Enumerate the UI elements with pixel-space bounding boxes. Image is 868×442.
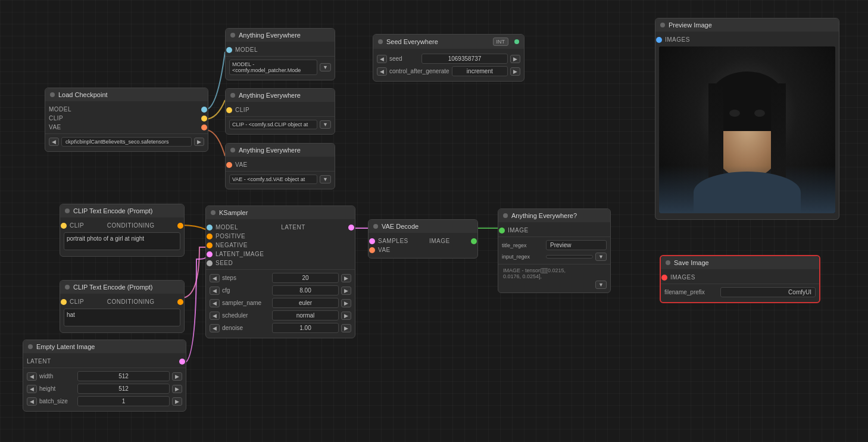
control-label: control_after_generate bbox=[389, 68, 449, 74]
input-regex-label: input_regex bbox=[502, 254, 544, 260]
port-vae-out: VAE bbox=[226, 160, 335, 169]
port-latent-out: LATENT bbox=[23, 357, 186, 366]
negative-prompt-text[interactable]: hat bbox=[64, 309, 180, 326]
denoise-row[interactable]: ◀ denoise 1.00 ▶ bbox=[206, 322, 355, 334]
node-status-dot bbox=[660, 23, 665, 27]
control-after-generate-row[interactable]: ◀ control_after_generate increment ▶ bbox=[373, 65, 524, 77]
steps-label: steps bbox=[222, 275, 270, 281]
node-status-dot bbox=[28, 344, 33, 349]
port-vae-out: VAE bbox=[45, 123, 208, 132]
checkpoint-select-row[interactable]: ◀ ckpt\cbinplCantBelieveIts_seco.safeten… bbox=[45, 136, 208, 148]
int-dot bbox=[514, 39, 519, 44]
scheduler-label: scheduler bbox=[222, 312, 270, 319]
cfg-label: cfg bbox=[222, 287, 270, 294]
cfg-row[interactable]: ◀ cfg 8.00 ▶ bbox=[206, 284, 355, 297]
height-label: height bbox=[39, 385, 75, 392]
node-title-label: Anything Everywhere bbox=[239, 147, 301, 154]
steps-row[interactable]: ◀ steps 20 ▶ bbox=[206, 272, 355, 284]
model-port-dot bbox=[226, 47, 232, 53]
node-title-label: Anything Everywhere bbox=[239, 92, 301, 99]
width-row[interactable]: ◀ width 512 ▶ bbox=[23, 370, 186, 382]
latent-out-dot bbox=[348, 225, 354, 231]
node-status-dot bbox=[211, 210, 216, 215]
node-title: Anything Everywhere bbox=[226, 144, 335, 157]
port-latent-in: latent_image bbox=[206, 250, 355, 259]
node-status-dot bbox=[373, 224, 378, 229]
node-title-label: Save Image bbox=[674, 259, 709, 266]
title-regex-label: title_regex bbox=[502, 242, 544, 248]
node-title: CLIP Text Encode (Prompt) bbox=[60, 204, 184, 217]
port-negative-in: negative bbox=[206, 241, 355, 250]
title-regex-row[interactable]: title_regex Preview bbox=[498, 239, 610, 251]
sampler-row[interactable]: ◀ sampler_name euler ▶ bbox=[206, 297, 355, 309]
filename-prefix-row[interactable]: filename_prefix ComfyUI bbox=[661, 286, 819, 298]
node-status-dot bbox=[65, 208, 70, 213]
node-status-dot bbox=[50, 92, 55, 97]
width-label: width bbox=[39, 373, 75, 379]
node-status-dot bbox=[230, 33, 235, 38]
preview-image-container bbox=[659, 46, 835, 213]
clip-port-dot bbox=[226, 107, 232, 113]
preview-image-title: Preview Image bbox=[655, 18, 839, 32]
node-title-label: Anything Everywhere bbox=[239, 32, 301, 39]
batch-size-label: batch_size bbox=[39, 398, 75, 404]
height-row[interactable]: ◀ height 512 ▶ bbox=[23, 382, 186, 395]
image-in-dot bbox=[499, 228, 505, 234]
node-title: Empty Latent Image bbox=[23, 340, 186, 353]
image-out-dot bbox=[471, 238, 477, 244]
vae-port-dot bbox=[226, 162, 232, 168]
clip-text-2-node: CLIP Text Encode (Prompt) clip CONDITION… bbox=[60, 280, 185, 333]
vae-decode-node: VAE Decode samples IMAGE vae bbox=[368, 219, 478, 259]
node-title: CLIP Text Encode (Prompt) bbox=[60, 281, 184, 294]
conditioning-out-dot bbox=[177, 223, 183, 229]
port-model-out: MODEL bbox=[226, 45, 335, 54]
node-title: Anything Everywhere? bbox=[498, 209, 610, 222]
node-status-dot bbox=[503, 213, 508, 218]
node-status-dot bbox=[230, 93, 235, 98]
port-clip-out: CLIP bbox=[45, 114, 208, 123]
node-status-dot bbox=[378, 39, 383, 44]
seed-everywhere-node: Seed Everywhere INT ◀ seed 1069358737 ▶ … bbox=[373, 34, 524, 82]
scroll-btn[interactable]: ▼ bbox=[595, 281, 607, 289]
port-clip-in: clip CONDITIONING bbox=[60, 297, 184, 306]
seed-in-dot bbox=[207, 260, 213, 266]
node-title: VAE Decode bbox=[369, 220, 477, 233]
node-title-label: KSampler bbox=[219, 209, 248, 216]
save-image-title: Save Image bbox=[661, 256, 819, 269]
latent-in-dot bbox=[207, 251, 213, 257]
images-in-dot bbox=[656, 37, 662, 43]
clip-select-row[interactable]: CLIP - <comfy.sd.CLIP object at ▼ bbox=[226, 119, 335, 130]
port-clip-in: clip CONDITIONING bbox=[60, 221, 184, 230]
port-vae-in: vae bbox=[369, 245, 477, 254]
input-regex-row[interactable]: input_regex ▼ bbox=[498, 251, 610, 262]
scheduler-row[interactable]: ◀ scheduler normal ▶ bbox=[206, 309, 355, 322]
anything-everywhere-2-node: Anything Everywhere CLIP CLIP - <comfy.s… bbox=[225, 88, 335, 135]
filename-prefix-label: filename_prefix bbox=[664, 289, 718, 295]
latent-out-dot bbox=[179, 359, 185, 365]
empty-latent-node: Empty Latent Image LATENT ◀ width 512 ▶ … bbox=[23, 340, 186, 412]
node-title-label: Empty Latent Image bbox=[36, 343, 95, 350]
clip-in-dot bbox=[61, 299, 67, 305]
images-in-dot bbox=[661, 275, 667, 281]
node-title-label: Preview Image bbox=[669, 21, 712, 29]
model-select-row[interactable]: MODEL - <comfy.model_patcher.Mode ▼ bbox=[226, 58, 335, 76]
port-positive-in: positive bbox=[206, 232, 355, 241]
prompt-text[interactable]: portrait photo of a girl at night bbox=[64, 232, 180, 250]
seed-label: seed bbox=[389, 55, 419, 62]
clip-out-dot bbox=[201, 116, 207, 122]
clip-in-dot bbox=[61, 223, 67, 229]
seed-field-row[interactable]: ◀ seed 1069358737 ▶ bbox=[373, 52, 524, 65]
image-tensor-info: IMAGE - tensor([[[[0.0215,0.0176, 0.0254… bbox=[498, 266, 610, 281]
anything-everywhere-1-node: Anything Everywhere MODEL MODEL - <comfy… bbox=[225, 28, 335, 80]
node-title: Load Checkpoint bbox=[45, 88, 208, 101]
vae-select-row[interactable]: VAE - <comfy.sd.VAE object at ▼ bbox=[226, 173, 335, 185]
positive-in-dot bbox=[207, 234, 213, 239]
node-title-label: Seed Everywhere bbox=[386, 38, 438, 45]
ksampler-node: KSampler model LATENT positive negative … bbox=[205, 206, 355, 338]
batch-size-row[interactable]: ◀ batch_size 1 ▶ bbox=[23, 395, 186, 407]
port-image-in: IMAGE bbox=[498, 226, 610, 235]
anything-everywhere-3-node: Anything Everywhere VAE VAE - <comfy.sd.… bbox=[225, 143, 335, 189]
node-title-label: Load Checkpoint bbox=[58, 91, 108, 98]
node-status-dot bbox=[65, 285, 70, 290]
negative-in-dot bbox=[207, 242, 213, 248]
